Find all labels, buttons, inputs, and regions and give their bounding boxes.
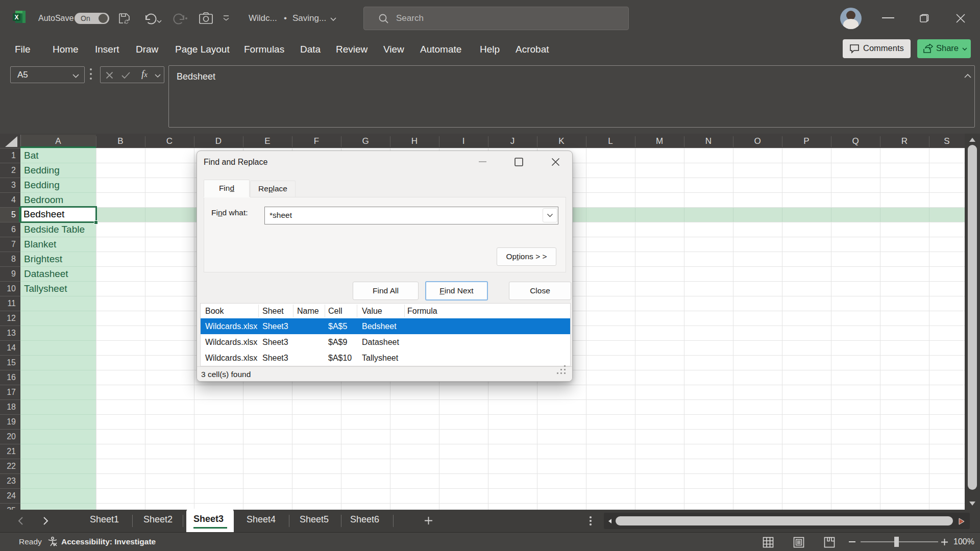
svg-text:X: X — [14, 14, 18, 21]
